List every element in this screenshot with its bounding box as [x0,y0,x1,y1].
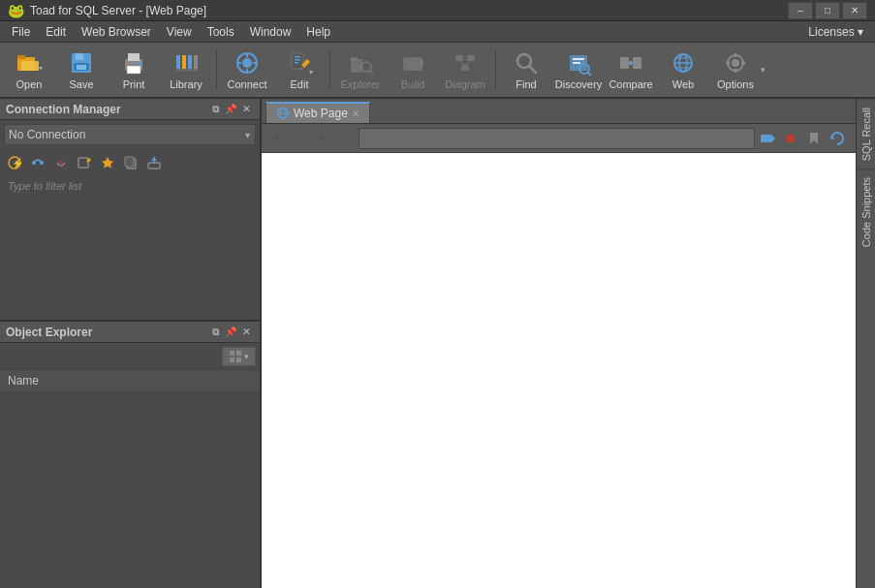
svg-rect-7 [77,65,86,70]
edit-button[interactable]: ▾ Edit [274,45,325,95]
browser-stop-button[interactable] [780,128,801,149]
browser-forward-dropdown[interactable]: ▾ [335,128,357,149]
conn-manager-pin-btn[interactable]: 📌 [223,102,238,117]
svg-rect-78 [236,357,241,362]
browser-back-button[interactable] [266,128,287,149]
browser-bookmark-button[interactable] [803,128,825,149]
edit-icon: ▾ [286,49,313,77]
conn-manager-close-btn[interactable]: ✕ [238,102,254,117]
menu-bar: File Edit Web Browser View Tools Window … [0,21,875,43]
conn-tool-disconnect[interactable] [50,152,72,173]
connection-toolbar: ⚡ [0,149,260,176]
svg-rect-48 [633,57,641,69]
discovery-button[interactable]: Discovery [553,45,604,95]
conn-tool-edit[interactable] [74,152,95,173]
obj-explorer-pin-btn[interactable]: 📌 [223,325,238,340]
svg-text:▾: ▾ [309,68,313,77]
obj-view-toggle[interactable]: ▾ [222,347,256,366]
save-button[interactable]: Save [56,45,107,95]
connection-dropdown[interactable]: No Connection [4,124,256,145]
browser-toolbar: ▾ ▾ [262,124,875,153]
close-button[interactable]: ✕ [842,2,867,19]
svg-rect-15 [194,55,198,71]
menu-edit[interactable]: Edit [38,22,74,42]
svg-marker-87 [831,136,835,139]
menu-tools[interactable]: Tools [200,22,242,42]
explorer-button[interactable]: Explorer [335,45,386,95]
svg-point-66 [40,161,44,165]
web-button[interactable]: Web [658,45,708,95]
url-input[interactable] [359,128,755,149]
svg-rect-60 [734,69,737,73]
print-label: Print [123,78,145,90]
side-tab-code-snippets[interactable]: Code Snippets [857,169,875,255]
menu-window[interactable]: Window [242,22,299,42]
object-name-header: Name [0,370,260,392]
conn-tool-favorites[interactable] [97,152,118,173]
options-arrow[interactable]: ▾ [761,65,766,75]
licenses-button[interactable]: Licenses ▾ [800,22,871,42]
menu-help[interactable]: Help [298,22,338,42]
obj-explorer-restore-btn[interactable]: ⧉ [207,325,223,340]
discovery-label: Discovery [555,78,602,90]
svg-rect-43 [573,58,584,60]
connection-manager-title: Connection Manager [6,103,207,116]
svg-rect-47 [620,57,629,69]
svg-rect-36 [467,55,475,61]
minimize-button[interactable]: – [788,2,813,19]
menu-view[interactable]: View [159,22,200,42]
options-icon [722,49,749,77]
open-button-group: ▾ Open [4,45,54,95]
obj-view-arrow: ▾ [244,352,249,361]
browser-refresh-button[interactable] [827,128,848,149]
title-bar: 🐸 Toad for SQL Server - [Web Page] – □ ✕ [0,0,875,21]
browser-go-button[interactable] [757,128,778,149]
svg-rect-13 [182,55,186,71]
diagram-button[interactable]: Diagram [440,45,490,95]
find-icon [513,49,540,77]
conn-manager-restore-btn[interactable]: ⧉ [207,102,223,117]
menu-file[interactable]: File [4,22,38,42]
conn-tool-new[interactable]: ⚡ [4,152,25,173]
maximize-button[interactable]: □ [815,2,840,19]
library-button[interactable]: Library [161,45,211,95]
svg-line-31 [370,71,373,74]
save-icon [68,49,95,77]
title-bar-controls: – □ ✕ [788,2,867,19]
browser-back-dropdown[interactable]: ▾ [289,128,310,149]
print-button[interactable]: Print [109,45,159,95]
conn-tool-export[interactable] [143,152,165,173]
tab-web-page[interactable]: Web Page ✕ [266,102,370,123]
open-icon: ▾ [16,49,43,77]
compare-icon [617,49,644,77]
conn-tool-connect[interactable] [27,152,48,173]
globe-icon [276,107,290,120]
svg-rect-62 [741,62,745,65]
open-button[interactable]: ▾ Open [4,45,54,95]
find-button[interactable]: Find [501,45,551,95]
svg-text:SQL: SQL [406,61,422,70]
tab-web-page-close[interactable]: ✕ [352,108,359,119]
diagram-label: Diagram [445,78,485,90]
app-icon: 🐸 [8,3,24,18]
options-button-group: Options ▾ [710,45,766,95]
svg-text:▾: ▾ [39,64,43,73]
side-tab-sql-recall[interactable]: SQL Recall [857,99,875,169]
connect-icon [234,49,261,77]
svg-rect-24 [295,56,300,58]
svg-marker-74 [151,157,157,161]
compare-button[interactable]: Compare [606,45,656,95]
connection-dropdown-row: No Connection [0,120,260,149]
build-button[interactable]: SQL Build [388,45,438,95]
browser-forward-button[interactable] [312,128,333,149]
menu-web-browser[interactable]: Web Browser [74,22,159,42]
build-label: Build [401,78,424,90]
find-label: Find [516,78,536,90]
conn-tool-copy[interactable] [120,152,141,173]
edit-label: Edit [291,78,309,90]
tab-bar: Web Page ✕ ▾ [262,99,875,124]
obj-explorer-close-btn[interactable]: ✕ [238,325,254,340]
options-button[interactable]: Options [710,45,761,95]
connect-button[interactable]: Connect [222,45,272,95]
right-panel: Web Page ✕ ▾ ▾ ▾ [262,99,875,588]
